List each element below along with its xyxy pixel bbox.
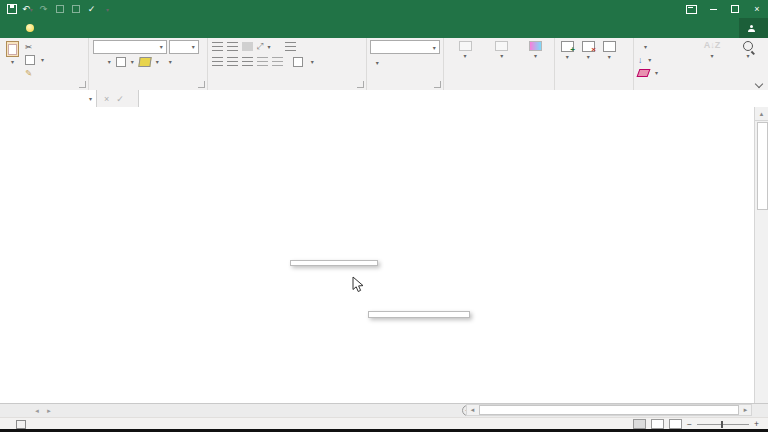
vertical-scroll-thumb[interactable]: [757, 122, 768, 210]
find-select-button[interactable]: ▾: [731, 40, 765, 79]
qat-extra-button-1[interactable]: [54, 4, 65, 15]
clear-button[interactable]: ▾: [637, 66, 693, 79]
qat-brush-button[interactable]: ✓: [86, 4, 97, 15]
zoom-out-button[interactable]: −: [687, 419, 692, 429]
vertical-scrollbar[interactable]: ▲: [754, 107, 768, 403]
macro-record-icon[interactable]: [16, 420, 26, 429]
ribbon-display-options-button[interactable]: [680, 0, 702, 18]
close-button[interactable]: ×: [746, 0, 768, 18]
borders-button[interactable]: [116, 57, 126, 67]
ribbon-display-options-icon: [686, 5, 697, 14]
cell-styles-icon: [529, 41, 542, 51]
decrease-indent-button[interactable]: [257, 57, 268, 66]
horizontal-scroll-thumb[interactable]: [479, 405, 739, 415]
zoom-slider[interactable]: [697, 424, 749, 425]
undo-icon: ↶: [22, 4, 30, 14]
excel-window: ↶▾ ↷ ✓ ▾ ×: [0, 0, 768, 432]
close-icon: ×: [754, 4, 759, 14]
font-size-combo[interactable]: ▾: [169, 40, 199, 54]
zoom-in-button[interactable]: +: [754, 419, 759, 429]
paste-icon: [6, 41, 19, 57]
formula-input[interactable]: [139, 90, 768, 107]
copy-button[interactable]: ▾: [24, 53, 45, 66]
undo-button[interactable]: ↶▾: [22, 4, 33, 15]
font-dialog-launcher[interactable]: [198, 81, 205, 88]
cancel-button[interactable]: ×: [104, 94, 109, 104]
format-painter-icon: ✎: [25, 68, 32, 78]
window-controls: ×: [660, 0, 768, 18]
sheet-nav-arrows[interactable]: ◄ ►: [0, 404, 60, 417]
zoom-slider-thumb[interactable]: [721, 421, 723, 428]
format-as-table-button[interactable]: ▾: [485, 40, 518, 79]
align-left-button[interactable]: [212, 57, 223, 66]
cut-button[interactable]: ✂: [24, 40, 45, 53]
tab-color-submenu: [368, 311, 470, 318]
format-as-table-icon: [495, 41, 508, 51]
cell-styles-button[interactable]: ▾: [520, 40, 551, 79]
horizontal-scrollbar[interactable]: ◄ ►: [466, 404, 752, 416]
increase-indent-button[interactable]: [272, 57, 283, 66]
chevron-down-icon: ▾: [11, 59, 14, 66]
number-group: ▾ ▾: [367, 38, 444, 90]
sheet-tab-context-menu: [290, 260, 378, 266]
next-sheet-arrow[interactable]: ►: [46, 408, 52, 414]
clipboard-group: ▾ ✂ ▾ ✎: [0, 38, 89, 90]
redo-button[interactable]: ↷: [38, 4, 49, 15]
normal-view-button[interactable]: [633, 419, 646, 429]
insert-cells-button[interactable]: ▾: [558, 40, 577, 79]
chevron-down-icon: ▾: [89, 95, 92, 102]
conditional-formatting-button[interactable]: ▾: [447, 40, 484, 79]
middle-align-button[interactable]: [227, 42, 238, 51]
alignment-dialog-launcher[interactable]: [357, 81, 364, 88]
quick-access-toolbar: ↶▾ ↷ ✓ ▾: [6, 4, 113, 15]
tell-me-box[interactable]: [26, 18, 38, 38]
restore-button[interactable]: [724, 0, 746, 18]
chevron-down-icon: ▾: [41, 56, 44, 63]
delete-cells-button[interactable]: ▾: [579, 40, 598, 79]
minimize-button[interactable]: [702, 0, 724, 18]
orientation-button[interactable]: ⤢: [257, 41, 264, 52]
delete-cells-icon: [582, 41, 595, 52]
scissors-icon: ✂: [25, 42, 32, 52]
paste-button[interactable]: ▾: [3, 40, 22, 79]
number-format-combo[interactable]: ▾: [370, 40, 440, 54]
formula-bar: ▾ × ✓: [0, 90, 768, 108]
scroll-left-arrow[interactable]: ◄: [467, 407, 478, 413]
autosum-button[interactable]: ▾: [637, 40, 693, 53]
fill-color-button[interactable]: [138, 57, 151, 67]
tab-file[interactable]: [0, 18, 18, 38]
scroll-up-arrow[interactable]: ▲: [755, 107, 768, 121]
prev-sheet-arrow[interactable]: ◄: [34, 408, 40, 414]
save-button[interactable]: [6, 4, 17, 15]
bottom-align-button[interactable]: [242, 42, 253, 51]
format-cells-icon: [603, 41, 616, 52]
center-button[interactable]: [227, 57, 238, 66]
sort-filter-icon: A↓Z: [704, 41, 721, 51]
number-dialog-launcher[interactable]: [434, 81, 441, 88]
lightbulb-icon: [26, 24, 34, 32]
ribbon-tab-row: [0, 18, 768, 38]
font-name-combo[interactable]: ▾: [93, 40, 167, 54]
worksheet-grid[interactable]: [0, 107, 754, 403]
redo-icon: ↷: [40, 4, 48, 14]
top-align-button[interactable]: [212, 42, 223, 51]
chevron-down-icon: ▾: [106, 6, 109, 13]
page-break-preview-button[interactable]: [669, 419, 682, 429]
share-button[interactable]: [739, 18, 768, 38]
page-layout-view-button[interactable]: [651, 419, 664, 429]
scroll-right-arrow[interactable]: ►: [740, 407, 751, 413]
minimize-icon: [710, 9, 717, 10]
customize-qat-button[interactable]: ▾: [102, 4, 113, 15]
format-painter-button[interactable]: ✎: [24, 66, 45, 79]
enter-button[interactable]: ✓: [116, 94, 124, 104]
clipboard-dialog-launcher[interactable]: [79, 81, 86, 88]
format-cells-button[interactable]: ▾: [600, 40, 619, 79]
title-bar: ↶▾ ↷ ✓ ▾ ×: [0, 0, 768, 18]
fill-button[interactable]: ↓▾: [637, 53, 693, 66]
qat-extra-button-2[interactable]: [70, 4, 81, 15]
sort-filter-button[interactable]: A↓Z ▾: [695, 40, 729, 79]
conditional-formatting-icon: [459, 41, 472, 51]
align-right-button[interactable]: [242, 57, 253, 66]
name-box[interactable]: ▾: [0, 90, 97, 107]
generic-icon: [72, 5, 80, 13]
